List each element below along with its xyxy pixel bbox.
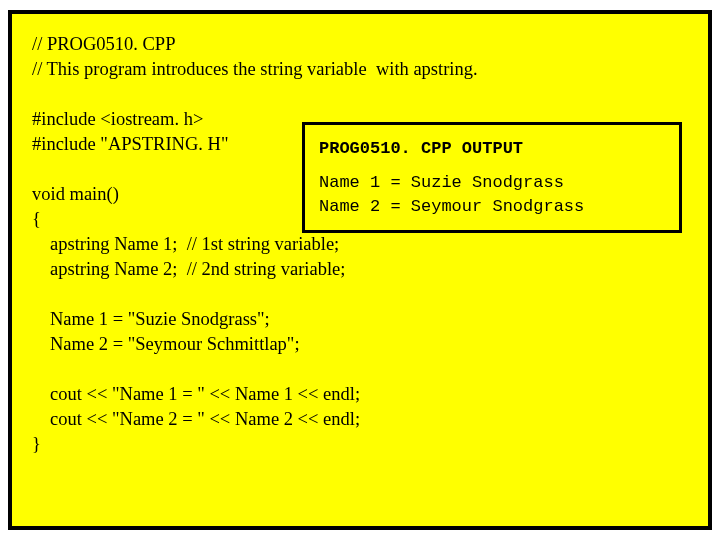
code-cout-name1: cout << "Name 1 = " << Name 1 << endl; [32, 382, 688, 407]
code-cout-name2: cout << "Name 2 = " << Name 2 << endl; [32, 407, 688, 432]
blank-line [32, 357, 688, 382]
blank-line [32, 282, 688, 307]
output-line-2: Name 2 = Seymour Snodgrass [319, 195, 665, 219]
output-line-1: Name 1 = Suzie Snodgrass [319, 171, 665, 195]
code-slide-frame: // PROG0510. CPP // This program introdu… [8, 10, 712, 530]
output-box: PROG0510. CPP OUTPUT Name 1 = Suzie Snod… [302, 122, 682, 233]
code-decl-name2: apstring Name 2; // 2nd string variable; [32, 257, 688, 282]
code-comment-filename: // PROG0510. CPP [32, 32, 688, 57]
code-comment-description: // This program introduces the string va… [32, 57, 688, 82]
code-area: // PROG0510. CPP // This program introdu… [32, 32, 688, 457]
code-assign-name2: Name 2 = "Seymour Schmittlap"; [32, 332, 688, 357]
blank-line [32, 82, 688, 107]
code-decl-name1: apstring Name 1; // 1st string variable; [32, 232, 688, 257]
code-close-brace: } [32, 432, 688, 457]
output-title: PROG0510. CPP OUTPUT [319, 137, 665, 161]
code-assign-name1: Name 1 = "Suzie Snodgrass"; [32, 307, 688, 332]
